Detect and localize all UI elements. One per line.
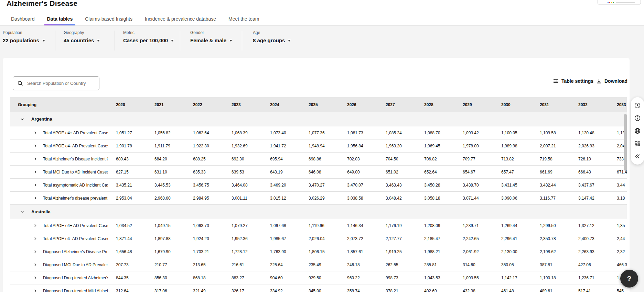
chevron-right-icon[interactable] — [33, 249, 37, 254]
year-header: 2025 — [301, 102, 339, 107]
table-row[interactable]: Total Alzheimer's Disease Incident Ca…68… — [10, 153, 627, 166]
value-cell: 3,090.06 — [493, 196, 532, 201]
table-row[interactable]: Total APOE e4- AD Prevalent Cases1,901.7… — [10, 139, 627, 153]
tab-claims-based-insights[interactable]: Claims-based Insights — [79, 12, 139, 26]
value-cell: 1,056.82 — [147, 131, 185, 135]
filter-metric[interactable]: Metric Cases per 100,000 — [123, 30, 174, 43]
value-cell: 2,061.92 — [455, 249, 493, 254]
chevron-right-icon[interactable] — [33, 183, 37, 188]
value-cell: 387.81 — [532, 262, 570, 267]
value-cell: 3,001.11 — [224, 196, 262, 201]
globe-icon[interactable] — [634, 127, 641, 135]
group-cell: Argentina — [10, 112, 108, 126]
value-cell: 1,109.58 — [532, 131, 570, 135]
year-header: 2026 — [339, 102, 378, 107]
apps-icon[interactable] — [634, 140, 641, 147]
value-cell: 350.05 — [493, 262, 532, 267]
value-cell: 3,015.12 — [262, 196, 301, 201]
chevron-down-icon[interactable] — [20, 210, 24, 214]
data-table: Grouping20202021202220232024202520262027… — [10, 97, 627, 292]
value-cell: 868.18 — [185, 276, 224, 280]
value-cell: 661.69 — [532, 170, 570, 175]
value-cell: 1,097.68 — [262, 223, 301, 228]
chevron-right-icon[interactable] — [33, 289, 37, 292]
chevron-right-icon[interactable] — [33, 276, 37, 280]
table-row[interactable]: Total APOE e4+ AD Prevalent Cases1,051.2… — [10, 126, 627, 139]
value-cell: 726.10 — [570, 157, 609, 161]
table-row[interactable]: Total asymptomatic AD Incident Cases3,43… — [10, 179, 627, 192]
collapse-panel-icon[interactable] — [634, 153, 641, 160]
year-header: 2027 — [378, 102, 416, 107]
filter-population[interactable]: Population 22 populations — [3, 30, 45, 43]
value-cell: 960.22 — [339, 276, 378, 280]
value-cell: 3,048.42 — [378, 196, 416, 201]
filter-value: Female & male — [190, 37, 226, 43]
value-cell: 1,119.96 — [301, 223, 339, 228]
value-cell: 649.00 — [339, 170, 378, 175]
filter-age[interactable]: Age 8 age groups — [253, 30, 291, 43]
group-row[interactable]: Australia — [10, 205, 627, 219]
table-row[interactable]: Diagnosed Drug-treated Alzheimer's …844.… — [10, 271, 627, 284]
table-row[interactable]: Total MCI Due to AD Incident Cases627.15… — [10, 166, 627, 179]
download-button[interactable]: Download — [596, 78, 627, 84]
chevron-right-icon[interactable] — [33, 131, 37, 135]
value-cell: 1,963.20 — [378, 144, 416, 148]
chevron-right-icon[interactable] — [33, 196, 37, 201]
search-input[interactable] — [26, 80, 95, 86]
chevron-right-icon[interactable] — [33, 144, 37, 148]
value-cell: 545. — [609, 289, 627, 292]
year-header: 2033 — [609, 102, 627, 107]
value-cell: 489.61 — [532, 289, 570, 292]
table-row[interactable]: Diagnosed Alzheimer's Disease Preva…1,65… — [10, 245, 627, 258]
vertical-scrollbar[interactable] — [624, 114, 627, 171]
value-cell: 2,32 — [609, 249, 627, 254]
value-cell: 314.60 — [455, 262, 493, 267]
table-row[interactable]: Diagnosed Drug-treated Mild Alzheim…312.… — [10, 284, 627, 292]
table-row[interactable]: Total Alzheimer's disease prevalent c…2,… — [10, 192, 627, 205]
value-cell: 3,470.07 — [339, 183, 378, 188]
chevron-down-icon[interactable] — [20, 117, 24, 122]
chevron-right-icon[interactable] — [33, 262, 37, 267]
chevron-right-icon[interactable] — [33, 236, 37, 241]
tab-incidence-prevalence-database[interactable]: Incidence & prevalence database — [139, 12, 222, 26]
tab-data-tables[interactable]: Data tables — [41, 12, 79, 26]
table-settings-button[interactable]: Table settings — [553, 78, 593, 84]
value-cell: 2,026.04 — [301, 236, 339, 241]
help-button[interactable]: ? — [620, 270, 638, 288]
value-cell: 1,806.15 — [301, 249, 339, 254]
tab-meet-the-team[interactable]: Meet the team — [222, 12, 266, 26]
chevron-down-icon — [288, 40, 291, 42]
value-cell: 1,703.21 — [185, 249, 224, 254]
table-row[interactable]: Diagnosed MCI Due to AD Prevalent C…207.… — [10, 258, 627, 271]
value-cell: 358.74 — [339, 289, 378, 292]
value-cell: 695.94 — [262, 157, 301, 161]
value-cell: 210.77 — [147, 262, 185, 267]
value-cell: 2,953.04 — [108, 196, 147, 201]
value-cell: 1,208.09 — [416, 223, 455, 228]
chevron-right-icon[interactable] — [33, 170, 37, 175]
value-cell: 3,071.44 — [455, 196, 493, 201]
download-icon — [596, 78, 602, 84]
value-cell: 657.47 — [493, 170, 532, 175]
filter-gender[interactable]: Gender Female & male — [190, 30, 232, 43]
value-cell: 285.81 — [416, 262, 455, 267]
value-cell: 246.18 — [339, 262, 378, 267]
value-cell: 2,198.62 — [532, 249, 570, 254]
value-cell: 1,120.48 — [570, 131, 609, 135]
value-cell: 3,18 — [609, 196, 627, 201]
table-row[interactable]: Total APOE e4- AD Prevalent Cases1,871.4… — [10, 232, 627, 245]
chevron-right-icon[interactable] — [33, 157, 37, 161]
page-title: Alzheimer's Disease — [7, 0, 77, 8]
value-cell: 1,679.90 — [147, 249, 185, 254]
download-label: Download — [604, 78, 627, 84]
row-label-cell: Total asymptomatic AD Incident Cases — [10, 179, 108, 191]
group-row[interactable]: Argentina — [10, 112, 627, 126]
table-row[interactable]: Total APOE e4+ AD Prevalent Cases1,034.5… — [10, 219, 627, 232]
history-icon[interactable] — [634, 102, 641, 109]
filter-geography[interactable]: Geography 45 countries — [64, 30, 100, 43]
chevron-right-icon[interactable] — [33, 223, 37, 228]
row-label-cell: Diagnosed MCI Due to AD Prevalent C… — [10, 258, 108, 271]
info-icon[interactable] — [634, 114, 641, 122]
tab-dashboard[interactable]: Dashboard — [5, 12, 41, 26]
cropped-top-right-button[interactable] — [598, 0, 641, 4]
